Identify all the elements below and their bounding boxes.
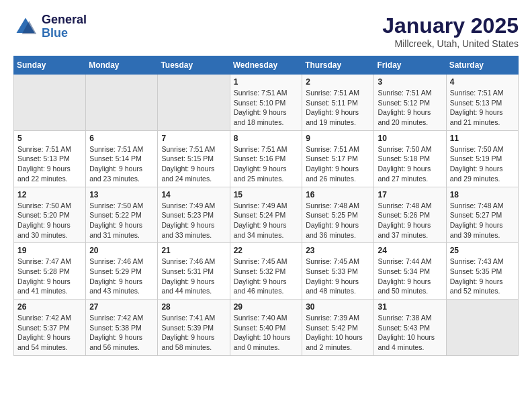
day-number: 26 — [17, 302, 82, 312]
day-number: 15 — [234, 190, 299, 199]
day-info: Sunrise: 7:49 AMSunset: 5:24 PMDaylight:… — [234, 201, 299, 240]
day-info: Sunrise: 7:50 AMSunset: 5:22 PMDaylight:… — [89, 201, 154, 240]
day-info: Sunrise: 7:51 AMSunset: 5:17 PMDaylight:… — [306, 144, 370, 184]
day-info: Sunrise: 7:51 AMSunset: 5:15 PMDaylight:… — [161, 144, 226, 184]
logo-icon — [13, 15, 38, 39]
day-number: 19 — [17, 246, 82, 255]
day-number: 20 — [89, 246, 154, 255]
title-block: January 2025 Millcreek, Utah, United Sta… — [382, 13, 519, 49]
day-number: 3 — [378, 77, 442, 87]
calendar-cell: 17Sunrise: 7:48 AMSunset: 5:26 PMDayligh… — [374, 187, 446, 243]
weekday-header: Sunday — [14, 56, 86, 75]
day-number: 6 — [89, 134, 154, 143]
weekday-header: Thursday — [302, 56, 374, 75]
calendar-cell — [446, 300, 518, 356]
calendar-cell: 8Sunrise: 7:51 AMSunset: 5:16 PMDaylight… — [230, 130, 302, 187]
calendar-cell: 22Sunrise: 7:45 AMSunset: 5:32 PMDayligh… — [230, 243, 302, 300]
day-number: 5 — [17, 134, 82, 143]
calendar-cell: 26Sunrise: 7:42 AMSunset: 5:37 PMDayligh… — [14, 300, 86, 356]
calendar-cell: 2Sunrise: 7:51 AMSunset: 5:11 PMDaylight… — [302, 75, 374, 131]
day-number: 24 — [378, 246, 442, 255]
day-number: 2 — [306, 77, 370, 87]
logo-line2: Blue — [42, 27, 87, 40]
calendar-cell: 10Sunrise: 7:50 AMSunset: 5:18 PMDayligh… — [374, 130, 446, 187]
day-info: Sunrise: 7:51 AMSunset: 5:14 PMDaylight:… — [89, 144, 154, 184]
calendar-cell: 23Sunrise: 7:45 AMSunset: 5:33 PMDayligh… — [302, 243, 374, 300]
calendar-cell — [86, 75, 158, 131]
day-info: Sunrise: 7:51 AMSunset: 5:10 PMDaylight:… — [234, 88, 299, 128]
day-info: Sunrise: 7:42 AMSunset: 5:38 PMDaylight:… — [89, 313, 154, 353]
main-title: January 2025 — [382, 13, 519, 38]
day-info: Sunrise: 7:50 AMSunset: 5:20 PMDaylight:… — [17, 201, 82, 240]
day-number: 18 — [450, 190, 515, 199]
day-number: 31 — [378, 302, 442, 312]
day-number: 9 — [306, 134, 370, 143]
day-info: Sunrise: 7:50 AMSunset: 5:18 PMDaylight:… — [378, 144, 442, 184]
calendar-cell: 4Sunrise: 7:51 AMSunset: 5:13 PMDaylight… — [446, 75, 518, 131]
calendar-week-row: 12Sunrise: 7:50 AMSunset: 5:20 PMDayligh… — [14, 187, 519, 243]
day-number: 12 — [17, 190, 82, 199]
logo-line1: General — [42, 13, 87, 27]
day-info: Sunrise: 7:43 AMSunset: 5:35 PMDaylight:… — [450, 257, 515, 296]
day-info: Sunrise: 7:41 AMSunset: 5:39 PMDaylight:… — [161, 313, 226, 353]
day-number: 29 — [234, 302, 299, 312]
calendar-week-row: 5Sunrise: 7:51 AMSunset: 5:13 PMDaylight… — [14, 130, 519, 187]
day-number: 14 — [161, 190, 226, 199]
day-info: Sunrise: 7:44 AMSunset: 5:34 PMDaylight:… — [378, 257, 442, 296]
calendar-cell: 25Sunrise: 7:43 AMSunset: 5:35 PMDayligh… — [446, 243, 518, 300]
calendar-cell: 12Sunrise: 7:50 AMSunset: 5:20 PMDayligh… — [14, 187, 86, 243]
calendar-cell: 13Sunrise: 7:50 AMSunset: 5:22 PMDayligh… — [86, 187, 158, 243]
calendar-cell: 11Sunrise: 7:50 AMSunset: 5:19 PMDayligh… — [446, 130, 518, 187]
day-info: Sunrise: 7:45 AMSunset: 5:32 PMDaylight:… — [234, 257, 299, 296]
day-number: 1 — [234, 77, 299, 87]
day-info: Sunrise: 7:50 AMSunset: 5:19 PMDaylight:… — [450, 144, 515, 184]
day-info: Sunrise: 7:38 AMSunset: 5:43 PMDaylight:… — [378, 313, 442, 353]
calendar-cell: 16Sunrise: 7:48 AMSunset: 5:25 PMDayligh… — [302, 187, 374, 243]
calendar-cell: 7Sunrise: 7:51 AMSunset: 5:15 PMDaylight… — [158, 130, 230, 187]
calendar-cell: 15Sunrise: 7:49 AMSunset: 5:24 PMDayligh… — [230, 187, 302, 243]
logo-text: General Blue — [42, 13, 87, 40]
subtitle: Millcreek, Utah, United States — [382, 38, 519, 49]
day-info: Sunrise: 7:39 AMSunset: 5:42 PMDaylight:… — [306, 313, 370, 353]
day-number: 27 — [89, 302, 154, 312]
day-number: 7 — [161, 134, 226, 143]
weekday-header: Monday — [86, 56, 158, 75]
calendar-cell: 14Sunrise: 7:49 AMSunset: 5:23 PMDayligh… — [158, 187, 230, 243]
day-number: 13 — [89, 190, 154, 199]
day-info: Sunrise: 7:48 AMSunset: 5:27 PMDaylight:… — [450, 201, 515, 240]
day-number: 25 — [450, 246, 515, 255]
day-number: 8 — [234, 134, 299, 143]
calendar-week-row: 19Sunrise: 7:47 AMSunset: 5:28 PMDayligh… — [14, 243, 519, 300]
calendar-cell: 21Sunrise: 7:46 AMSunset: 5:31 PMDayligh… — [158, 243, 230, 300]
day-info: Sunrise: 7:46 AMSunset: 5:31 PMDaylight:… — [161, 257, 226, 296]
day-info: Sunrise: 7:51 AMSunset: 5:11 PMDaylight:… — [306, 88, 370, 128]
weekday-header: Saturday — [446, 56, 518, 75]
day-info: Sunrise: 7:42 AMSunset: 5:37 PMDaylight:… — [17, 313, 82, 353]
calendar-cell: 6Sunrise: 7:51 AMSunset: 5:14 PMDaylight… — [86, 130, 158, 187]
day-number: 22 — [234, 246, 299, 255]
day-info: Sunrise: 7:48 AMSunset: 5:25 PMDaylight:… — [306, 201, 370, 240]
logo: General Blue — [13, 13, 87, 40]
calendar-cell: 1Sunrise: 7:51 AMSunset: 5:10 PMDaylight… — [230, 75, 302, 131]
calendar-week-row: 26Sunrise: 7:42 AMSunset: 5:37 PMDayligh… — [14, 300, 519, 356]
calendar-cell: 31Sunrise: 7:38 AMSunset: 5:43 PMDayligh… — [374, 300, 446, 356]
calendar-cell: 9Sunrise: 7:51 AMSunset: 5:17 PMDaylight… — [302, 130, 374, 187]
weekday-header: Friday — [374, 56, 446, 75]
calendar-cell: 20Sunrise: 7:46 AMSunset: 5:29 PMDayligh… — [86, 243, 158, 300]
day-info: Sunrise: 7:51 AMSunset: 5:13 PMDaylight:… — [17, 144, 82, 184]
calendar-table: SundayMondayTuesdayWednesdayThursdayFrid… — [13, 56, 519, 356]
day-number: 17 — [378, 190, 442, 199]
calendar-cell: 3Sunrise: 7:51 AMSunset: 5:12 PMDaylight… — [374, 75, 446, 131]
calendar-cell: 5Sunrise: 7:51 AMSunset: 5:13 PMDaylight… — [14, 130, 86, 187]
day-number: 21 — [161, 246, 226, 255]
calendar-cell: 18Sunrise: 7:48 AMSunset: 5:27 PMDayligh… — [446, 187, 518, 243]
day-info: Sunrise: 7:51 AMSunset: 5:12 PMDaylight:… — [378, 88, 442, 128]
calendar-cell — [14, 75, 86, 131]
calendar-cell — [158, 75, 230, 131]
calendar-header-row: SundayMondayTuesdayWednesdayThursdayFrid… — [14, 56, 519, 75]
calendar-week-row: 1Sunrise: 7:51 AMSunset: 5:10 PMDaylight… — [14, 75, 519, 131]
weekday-header: Wednesday — [230, 56, 302, 75]
weekday-header: Tuesday — [158, 56, 230, 75]
day-info: Sunrise: 7:49 AMSunset: 5:23 PMDaylight:… — [161, 201, 226, 240]
day-number: 16 — [306, 190, 370, 199]
